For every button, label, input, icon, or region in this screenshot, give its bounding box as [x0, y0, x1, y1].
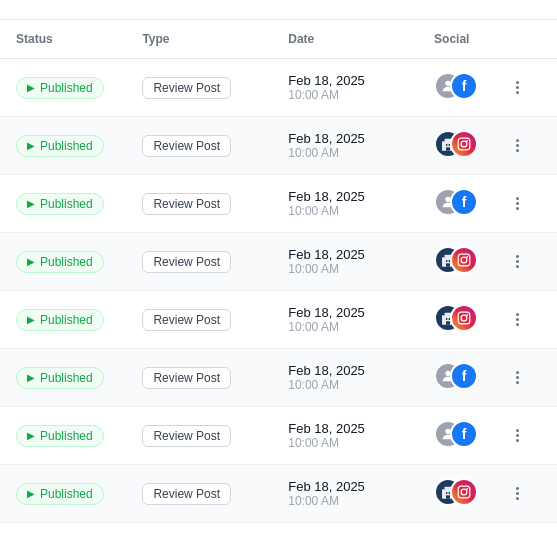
social-cell: f: [434, 188, 512, 220]
date-cell: Feb 18, 2025 10:00 AM: [288, 247, 434, 276]
date-value: Feb 18, 2025: [288, 479, 434, 494]
svg-point-35: [466, 487, 468, 489]
type-badge: Review Post: [142, 251, 231, 273]
status-cell: ▶ Published: [16, 425, 142, 447]
status-badge: ▶ Published: [16, 309, 104, 331]
more-button[interactable]: [512, 251, 523, 272]
status-label: Published: [40, 487, 93, 501]
table-row: ▶ Published Review Post Feb 18, 2025 10:…: [0, 349, 557, 407]
more-dot: [516, 376, 519, 379]
more-dot: [516, 197, 519, 200]
more-dot: [516, 371, 519, 374]
more-button[interactable]: [512, 309, 523, 330]
status-cell: ▶ Published: [16, 367, 142, 389]
status-cell: ▶ Published: [16, 251, 142, 273]
status-badge: ▶ Published: [16, 251, 104, 273]
type-cell: Review Post: [142, 367, 288, 389]
status-label: Published: [40, 313, 93, 327]
published-icon: ▶: [27, 140, 35, 151]
more-dot: [516, 492, 519, 495]
avatar-stack: f: [434, 420, 482, 452]
avatar-stack: f: [434, 362, 482, 394]
type-cell: Review Post: [142, 251, 288, 273]
status-label: Published: [40, 429, 93, 443]
svg-rect-23: [458, 312, 470, 324]
svg-point-25: [466, 313, 468, 315]
type-cell: Review Post: [142, 483, 288, 505]
table-row: ▶ Published Review Post Feb 18, 2025 10:…: [0, 465, 557, 523]
time-value: 10:00 AM: [288, 262, 434, 276]
more-button[interactable]: [512, 135, 523, 156]
more-dot: [516, 313, 519, 316]
more-button[interactable]: [512, 483, 523, 504]
facebook-avatar: f: [450, 188, 478, 216]
more-button[interactable]: [512, 77, 523, 98]
published-icon: ▶: [27, 82, 35, 93]
svg-point-24: [461, 315, 467, 321]
status-cell: ▶ Published: [16, 483, 142, 505]
time-value: 10:00 AM: [288, 494, 434, 508]
more-dot: [516, 381, 519, 384]
date-value: Feb 18, 2025: [288, 247, 434, 262]
svg-rect-12: [446, 260, 447, 262]
published-icon: ▶: [27, 256, 35, 267]
type-cell: Review Post: [142, 309, 288, 331]
published-icon: ▶: [27, 430, 35, 441]
table-body: ▶ Published Review Post Feb 18, 2025 10:…: [0, 59, 557, 523]
more-dot: [516, 207, 519, 210]
more-button[interactable]: [512, 193, 523, 214]
social-cell: [434, 478, 512, 510]
time-value: 10:00 AM: [288, 436, 434, 450]
type-badge: Review Post: [142, 367, 231, 389]
more-dot: [516, 255, 519, 258]
social-cell: [434, 246, 512, 278]
table-container: Status Type Date Social ▶ Published Revi…: [0, 0, 557, 523]
status-badge: ▶ Published: [16, 135, 104, 157]
actions-cell: [512, 193, 541, 214]
more-button[interactable]: [512, 367, 523, 388]
header-status: Status: [16, 32, 142, 46]
more-dot: [516, 497, 519, 500]
more-button[interactable]: [512, 425, 523, 446]
actions-cell: [512, 425, 541, 446]
svg-rect-15: [458, 254, 470, 266]
published-icon: ▶: [27, 372, 35, 383]
svg-rect-20: [446, 318, 447, 320]
type-cell: Review Post: [142, 135, 288, 157]
avatar-stack: [434, 130, 482, 162]
date-cell: Feb 18, 2025 10:00 AM: [288, 363, 434, 392]
type-badge: Review Post: [142, 77, 231, 99]
date-value: Feb 18, 2025: [288, 305, 434, 320]
social-cell: f: [434, 362, 512, 394]
avatar-stack: [434, 304, 482, 336]
actions-cell: [512, 135, 541, 156]
actions-cell: [512, 309, 541, 330]
date-cell: Feb 18, 2025 10:00 AM: [288, 479, 434, 508]
table-row: ▶ Published Review Post Feb 18, 2025 10:…: [0, 233, 557, 291]
type-cell: Review Post: [142, 77, 288, 99]
status-cell: ▶ Published: [16, 77, 142, 99]
avatar-stack: [434, 478, 482, 510]
more-dot: [516, 81, 519, 84]
header-date: Date: [288, 32, 434, 46]
published-icon: ▶: [27, 488, 35, 499]
time-value: 10:00 AM: [288, 378, 434, 392]
date-cell: Feb 18, 2025 10:00 AM: [288, 131, 434, 160]
instagram-avatar: [450, 478, 478, 506]
type-badge: Review Post: [142, 425, 231, 447]
type-badge: Review Post: [142, 193, 231, 215]
facebook-avatar: f: [450, 362, 478, 390]
svg-point-16: [461, 257, 467, 263]
more-dot: [516, 318, 519, 321]
instagram-avatar: [450, 304, 478, 332]
svg-point-7: [461, 141, 467, 147]
avatar-stack: f: [434, 72, 482, 104]
instagram-avatar: [450, 130, 478, 158]
top-bar: [0, 0, 557, 20]
type-badge: Review Post: [142, 483, 231, 505]
table-row: ▶ Published Review Post Feb 18, 2025 10:…: [0, 407, 557, 465]
svg-point-17: [466, 255, 468, 257]
date-value: Feb 18, 2025: [288, 421, 434, 436]
actions-cell: [512, 77, 541, 98]
svg-rect-6: [458, 138, 470, 150]
